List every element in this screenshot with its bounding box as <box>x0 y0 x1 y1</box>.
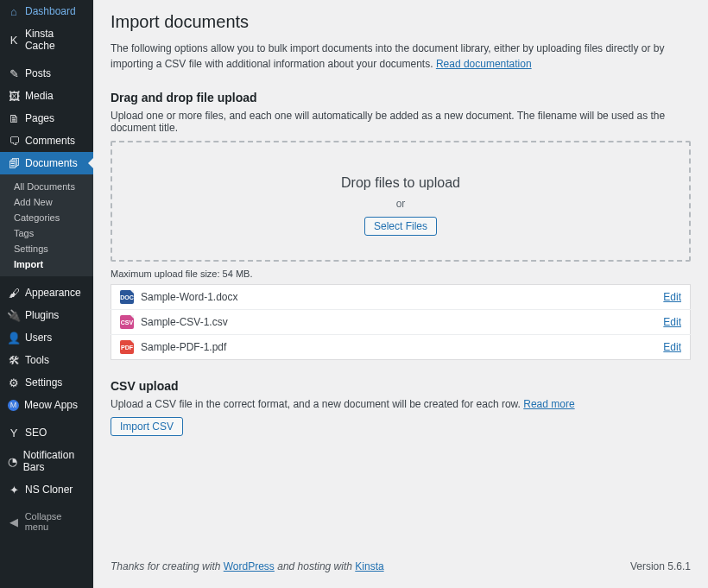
meow-icon: M <box>8 400 19 411</box>
submenu-categories[interactable]: Categories <box>0 210 93 225</box>
dropzone-or: or <box>112 198 689 210</box>
page-title: Import documents <box>111 12 691 32</box>
doc-file-icon: DOC <box>120 290 134 304</box>
sidebar-item-tools[interactable]: 🛠 Tools <box>0 349 93 371</box>
file-dropzone[interactable]: Drop files to upload or Select Files <box>111 141 691 262</box>
edit-file-link[interactable]: Edit <box>663 316 681 328</box>
csv-upload-description: Upload a CSV file in the correct format,… <box>111 398 691 410</box>
sidebar-item-ns-cloner[interactable]: ✦ NS Cloner <box>0 478 93 501</box>
submenu-import[interactable]: Import <box>0 256 93 272</box>
sidebar-item-label: NS Cloner <box>25 484 73 496</box>
csv-file-icon: CSV <box>120 315 134 329</box>
notification-icon: ◔ <box>8 455 18 467</box>
sidebar-item-meow-apps[interactable]: M Meow Apps <box>0 394 93 416</box>
sidebar-item-documents[interactable]: 🗐 Documents <box>0 152 93 174</box>
page-icon: 🗎 <box>8 112 20 124</box>
sidebar-item-comments[interactable]: 🗨 Comments <box>0 130 93 152</box>
sidebar-item-label: Comments <box>25 135 75 147</box>
sidebar-item-label: Meow Apps <box>24 399 78 411</box>
dropzone-title: Drop files to upload <box>112 175 689 191</box>
sidebar-item-dashboard[interactable]: ⌂ Dashboard <box>0 0 93 22</box>
kinsta-icon: K <box>8 34 20 46</box>
edit-file-link[interactable]: Edit <box>663 291 681 303</box>
max-upload-note: Maximum upload file size: 54 MB. <box>111 269 691 279</box>
comment-icon: 🗨 <box>8 135 20 147</box>
collapse-menu-button[interactable]: ◀ Collapse menu <box>0 506 93 537</box>
sidebar-item-label: Notification Bars <box>23 449 86 473</box>
sidebar-item-media[interactable]: 🖾 Media <box>0 85 93 107</box>
sidebar-item-label: Documents <box>25 157 78 169</box>
cloner-icon: ✦ <box>8 484 20 496</box>
admin-footer: Thanks for creating with WordPress and h… <box>111 548 691 588</box>
appearance-icon: 🖌 <box>8 287 20 299</box>
sidebar-item-label: Kinsta Cache <box>25 28 86 52</box>
select-files-button[interactable]: Select Files <box>364 217 437 236</box>
documents-icon: 🗐 <box>8 157 20 169</box>
sidebar-item-pages[interactable]: 🗎 Pages <box>0 107 93 130</box>
sidebar-item-label: Users <box>25 332 52 344</box>
version-text: Version 5.6.1 <box>630 560 691 572</box>
seo-icon: Y <box>8 427 20 439</box>
sidebar-item-settings[interactable]: ⚙ Settings <box>0 371 93 394</box>
documents-submenu: All Documents Add New Categories Tags Se… <box>0 174 93 276</box>
tools-icon: 🛠 <box>8 354 20 366</box>
sidebar-item-posts[interactable]: ✎ Posts <box>0 62 93 85</box>
import-csv-button[interactable]: Import CSV <box>111 417 183 436</box>
submenu-all-documents[interactable]: All Documents <box>0 179 93 194</box>
sidebar-item-label: Media <box>25 90 54 102</box>
sidebar-item-label: SEO <box>25 427 47 439</box>
collapse-icon: ◀ <box>8 515 20 528</box>
submenu-tags[interactable]: Tags <box>0 225 93 241</box>
read-documentation-link[interactable]: Read documentation <box>436 58 532 70</box>
sidebar-item-label: Dashboard <box>25 5 76 17</box>
sidebar-item-kinsta-cache[interactable]: K Kinsta Cache <box>0 22 93 57</box>
footer-thanks: Thanks for creating with <box>111 560 224 572</box>
file-row: DOC Sample-Word-1.docx Edit <box>111 285 691 310</box>
kinsta-link[interactable]: Kinsta <box>355 560 383 572</box>
admin-sidebar: ⌂ Dashboard K Kinsta Cache ✎ Posts 🖾 Med… <box>0 0 93 588</box>
dashboard-icon: ⌂ <box>8 5 20 17</box>
submenu-settings[interactable]: Settings <box>0 241 93 256</box>
sidebar-item-label: Tools <box>25 354 49 366</box>
sidebar-item-seo[interactable]: Y SEO <box>0 421 93 444</box>
file-name: Sample-Word-1.docx <box>141 291 238 303</box>
pdf-file-icon: PDF <box>120 340 134 354</box>
sidebar-item-plugins[interactable]: 🔌 Plugins <box>0 304 93 326</box>
users-icon: 👤 <box>8 332 20 344</box>
plugins-icon: 🔌 <box>8 309 20 321</box>
intro-text: The following options allow you to bulk … <box>111 41 691 72</box>
sidebar-item-users[interactable]: 👤 Users <box>0 326 93 349</box>
csv-upload-heading: CSV upload <box>111 379 691 393</box>
uploaded-files-table: DOC Sample-Word-1.docx Edit CSV Sample-C… <box>111 284 691 360</box>
wordpress-link[interactable]: WordPress <box>224 560 275 572</box>
drag-drop-description: Upload one or more files, and each one w… <box>111 110 691 134</box>
csv-read-more-link[interactable]: Read more <box>523 398 574 410</box>
collapse-label: Collapse menu <box>25 511 86 532</box>
sidebar-item-appearance[interactable]: 🖌 Appearance <box>0 281 93 304</box>
sidebar-item-notification-bars[interactable]: ◔ Notification Bars <box>0 444 93 478</box>
sidebar-item-label: Appearance <box>25 287 81 299</box>
sidebar-item-label: Plugins <box>25 309 59 321</box>
main-content: Import documents The following options a… <box>93 0 708 588</box>
edit-file-link[interactable]: Edit <box>663 341 681 353</box>
file-row: PDF Sample-PDF-1.pdf Edit <box>111 335 691 360</box>
pin-icon: ✎ <box>8 67 20 79</box>
file-row: CSV Sample-CSV-1.csv Edit <box>111 310 691 335</box>
sidebar-item-label: Pages <box>25 112 54 124</box>
settings-icon: ⚙ <box>8 376 20 389</box>
submenu-add-new[interactable]: Add New <box>0 194 93 210</box>
file-name: Sample-CSV-1.csv <box>141 316 228 328</box>
drag-drop-heading: Drag and drop file upload <box>111 91 691 104</box>
sidebar-item-label: Settings <box>25 376 62 389</box>
sidebar-item-label: Posts <box>25 67 51 79</box>
file-name: Sample-PDF-1.pdf <box>141 341 226 353</box>
media-icon: 🖾 <box>8 90 20 102</box>
